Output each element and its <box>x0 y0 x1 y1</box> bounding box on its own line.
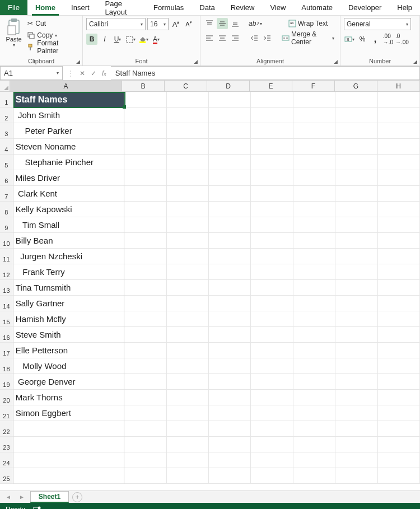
tab-insert[interactable]: Insert <box>63 0 97 15</box>
cell-A10[interactable]: Billy Bean <box>13 233 124 249</box>
cell-G9[interactable] <box>335 217 377 233</box>
cell-E10[interactable] <box>251 233 293 249</box>
row-header[interactable]: 3 <box>0 123 13 139</box>
cell-F21[interactable] <box>293 405 335 421</box>
cell-F3[interactable] <box>293 123 335 139</box>
cell-H10[interactable] <box>378 233 420 249</box>
cell-H7[interactable] <box>378 186 420 202</box>
cell-H15[interactable] <box>378 311 420 327</box>
cell-G24[interactable] <box>335 452 377 468</box>
cell-A2[interactable]: John Smith <box>13 108 124 123</box>
cell-A8[interactable]: Kelly Kapowski <box>13 202 124 217</box>
cell-B10[interactable] <box>124 233 166 249</box>
align-left-button[interactable] <box>204 32 215 44</box>
align-top-button[interactable] <box>204 18 215 29</box>
cell-F25[interactable] <box>293 468 335 484</box>
cell-F1[interactable] <box>293 92 335 108</box>
cell-A12[interactable]: Frank Terry <box>13 264 124 280</box>
cell-H22[interactable] <box>378 421 420 437</box>
cell-D19[interactable] <box>209 374 251 390</box>
row-header[interactable]: 15 <box>0 311 13 327</box>
wrap-text-button[interactable]: ab Wrap Text <box>279 18 337 29</box>
cell-A20[interactable]: Mark Thorns <box>13 390 124 405</box>
cell-E4[interactable] <box>251 139 293 155</box>
dialog-launcher-icon[interactable]: ◢ <box>76 59 80 64</box>
percent-format-button[interactable]: % <box>357 34 368 45</box>
cell-B5[interactable] <box>124 155 166 170</box>
column-header-D[interactable]: D <box>207 81 250 91</box>
cell-B9[interactable] <box>124 217 166 233</box>
cell-E3[interactable] <box>251 123 293 139</box>
cell-F15[interactable] <box>293 311 335 327</box>
cell-C6[interactable] <box>167 170 209 186</box>
cell-C21[interactable] <box>167 405 209 421</box>
cell-C19[interactable] <box>167 374 209 390</box>
borders-button[interactable]: ▾ <box>125 34 136 45</box>
cell-C16[interactable] <box>167 327 209 343</box>
cell-D15[interactable] <box>209 311 251 327</box>
increase-indent-button[interactable] <box>262 32 273 44</box>
cell-H16[interactable] <box>378 327 420 343</box>
cell-C11[interactable] <box>167 249 209 264</box>
cell-C7[interactable] <box>167 186 209 202</box>
row-header[interactable]: 25 <box>0 468 13 484</box>
row-header[interactable]: 13 <box>0 280 13 296</box>
row-header[interactable]: 10 <box>0 233 13 249</box>
cell-E17[interactable] <box>251 343 293 358</box>
cell-H4[interactable] <box>378 139 420 155</box>
cell-H13[interactable] <box>378 280 420 296</box>
cell-A19[interactable]: George Denver <box>13 374 124 390</box>
cell-C25[interactable] <box>167 468 209 484</box>
cell-G14[interactable] <box>335 296 377 311</box>
cell-A3[interactable]: Peter Parker <box>13 123 124 139</box>
cell-A23[interactable] <box>13 437 124 452</box>
cell-H8[interactable] <box>378 202 420 217</box>
row-header[interactable]: 19 <box>0 374 13 390</box>
cancel-formula-button[interactable]: ✕ <box>80 69 85 77</box>
cell-F23[interactable] <box>293 437 335 452</box>
cell-G12[interactable] <box>335 264 377 280</box>
cell-E8[interactable] <box>251 202 293 217</box>
cell-G18[interactable] <box>335 358 377 374</box>
cell-G13[interactable] <box>335 280 377 296</box>
cell-G21[interactable] <box>335 405 377 421</box>
font-size-select[interactable]: 16▾ <box>147 18 169 30</box>
cell-H23[interactable] <box>378 437 420 452</box>
cell-A17[interactable]: Elle Petterson <box>13 343 124 358</box>
cell-C12[interactable] <box>167 264 209 280</box>
cell-A7[interactable]: Clark Kent <box>13 186 124 202</box>
cell-D23[interactable] <box>209 437 251 452</box>
cell-G17[interactable] <box>335 343 377 358</box>
tab-data[interactable]: Data <box>192 0 222 15</box>
cell-B18[interactable] <box>124 358 166 374</box>
italic-button[interactable]: I <box>99 34 110 45</box>
cell-D25[interactable] <box>209 468 251 484</box>
dialog-launcher-icon[interactable]: ◢ <box>413 59 417 64</box>
cell-E20[interactable] <box>251 390 293 405</box>
cell-B20[interactable] <box>124 390 166 405</box>
cell-D9[interactable] <box>209 217 251 233</box>
cell-E24[interactable] <box>251 452 293 468</box>
cell-A4[interactable]: Steven Noname <box>13 139 124 155</box>
cell-B11[interactable] <box>124 249 166 264</box>
cell-B13[interactable] <box>124 280 166 296</box>
cell-B4[interactable] <box>124 139 166 155</box>
paste-button[interactable]: Paste ▾ <box>3 18 24 48</box>
cell-D1[interactable] <box>209 92 251 108</box>
cell-D4[interactable] <box>209 139 251 155</box>
accounting-format-button[interactable]: $▾ <box>344 34 355 45</box>
cell-F24[interactable] <box>293 452 335 468</box>
cell-F5[interactable] <box>293 155 335 170</box>
cut-button[interactable]: ✂ Cut <box>26 18 79 29</box>
cell-D13[interactable] <box>209 280 251 296</box>
format-painter-button[interactable]: Format Painter <box>26 41 79 53</box>
fx-icon[interactable]: fx <box>102 69 106 77</box>
cell-H20[interactable] <box>378 390 420 405</box>
cell-C14[interactable] <box>167 296 209 311</box>
cell-C13[interactable] <box>167 280 209 296</box>
cell-E14[interactable] <box>251 296 293 311</box>
cell-C20[interactable] <box>167 390 209 405</box>
dialog-launcher-icon[interactable]: ◢ <box>334 59 338 64</box>
cell-D8[interactable] <box>209 202 251 217</box>
tab-view[interactable]: View <box>262 0 293 15</box>
